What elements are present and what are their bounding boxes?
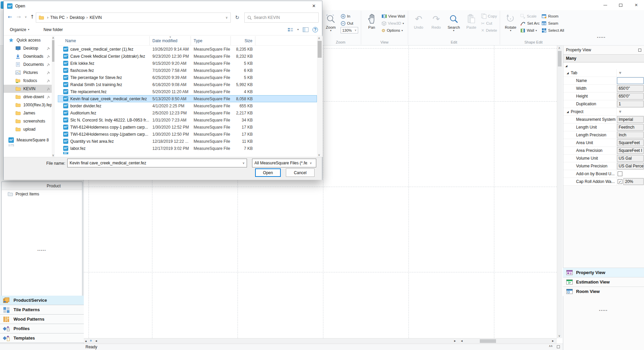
sidebar-item-upload[interactable]: upload [4,125,52,133]
dialog-close-button[interactable]: ✕ [307,1,321,10]
zoom-in-button[interactable]: In [341,13,358,20]
panel-splitter[interactable]: ••••• [563,309,644,312]
scroll-right-icon[interactable]: ▸ [454,339,456,343]
organize-button[interactable]: Organize▾ [10,27,29,32]
sidebar-item-james[interactable]: James [4,109,52,117]
duplication-value[interactable]: 1 [617,101,644,107]
file-row-cave-creek-medical-center-1-fez[interactable]: m²cave_creek_medical_center (1).fez 10/2… [58,46,317,53]
add-on-by-boxed-u-checkbox[interactable] [618,171,622,176]
scrollbar-thumb[interactable] [318,41,322,58]
file-row-twi-6124holderness-copy-1-pattern-carp[interactable]: m²TWI-6124Holderness copy-1 pattern carp… [58,124,317,131]
scroll-left-icon[interactable]: ◂ [95,339,97,343]
tab-wood-patterns[interactable]: Wood Patterns [0,315,84,324]
scrollbar-thumb[interactable] [558,51,562,66]
length-unit-value[interactable]: FeetInch [617,124,644,131]
scrollbar-thumb[interactable] [52,40,54,62]
collapse-up-icon[interactable]: ▴ [85,339,87,343]
cap-roll-addon-wa-checkbox[interactable]: ✓ [618,179,622,184]
zoom-button[interactable]: Zoom ▾ [323,12,339,32]
pan-button[interactable]: Pan [364,12,379,29]
scroll-up-icon[interactable]: ∧ [52,36,54,39]
scroll-down-icon[interactable]: ∨ [318,153,320,157]
file-name-input[interactable] [68,161,240,165]
crosshair-icon[interactable]: + [90,339,92,343]
set-arc-button[interactable]: Set Arc [520,20,540,27]
chevron-down-icon[interactable]: ∨ [240,161,247,165]
sidebar-item-screenshots[interactable]: screenshots [4,117,52,125]
file-row-randal-smith-1st-training-fez[interactable]: m²Randal Smith 1st training.fez 6/16/202… [58,81,317,88]
chevron-down-icon[interactable]: ▾ [297,28,299,31]
sidebar-item-drive-downlo[interactable]: drive-downlo [4,93,52,101]
copy-button[interactable]: Copy [481,13,497,20]
tab-tile-patterns[interactable]: Tile Patterns [0,305,84,315]
height-value[interactable]: 650'0" [617,93,644,100]
delete-button[interactable]: ✕ Delete [481,27,497,34]
column-header-date-modified[interactable]: Date modified [150,36,191,45]
scroll-down-icon[interactable]: ∨ [52,154,54,157]
column-header-size[interactable]: Size [231,36,255,45]
tab-estimation-view[interactable]: Estimation View [563,277,644,287]
cap-roll-addon-wa-value[interactable]: 20% [623,178,644,185]
breadcrumb-item-this-pc[interactable]: This PC [50,15,66,20]
sidebar-item-pictures[interactable]: Pictures [4,69,52,77]
column-header-type[interactable]: Type [191,36,231,45]
panel-splitter[interactable]: ••••• [591,36,612,39]
up-icon[interactable]: ↑ [30,14,34,20]
views-icon[interactable] [288,27,293,32]
file-row-border-divider-fez[interactable]: m²border divider.fez 4/1/2020 2:25 PM Me… [58,102,317,109]
undo-button[interactable]: ↶ Undo [411,12,426,29]
address-bar[interactable]: ›This PC›Desktop›KEVIN ∨ [36,12,231,23]
help-icon[interactable]: ? [313,27,318,32]
sidebar-item-documents[interactable]: Documents [4,60,52,69]
volume-unit-value[interactable]: US Gal [617,155,644,162]
sidebar-item-fcsdocs[interactable]: fcsdocs [4,77,52,85]
tab-property-view[interactable]: Property View [563,268,644,277]
open-button[interactable]: Open [255,168,281,177]
file-row-twi-6124holderness-copy-1-pattern-carp[interactable]: m²TWI-6124Holderness copy-1(pattern carp… [58,131,317,138]
sidebar-scrollbar[interactable]: ∧ ∨ [52,36,55,157]
file-row-quantity-vs-net-area-fez[interactable]: m²Quantity vs Net area.fez 12/18/2019 12… [58,138,317,145]
search-button[interactable]: Search ▾ [446,12,462,32]
file-row-cave-creek-medical-center-jobtrakr-fez[interactable]: m²Cave Creek Medical Center (Jobtrakr).f… [58,53,317,60]
sidebar-item-quick-access[interactable]: Quick access [4,36,52,44]
refresh-button[interactable]: ↻ [233,12,242,23]
view3d-button[interactable]: View3D▾ [381,20,405,27]
cut-button[interactable]: ✂ Cut [481,20,497,27]
select-all-button[interactable]: Select All [542,27,564,34]
tab-product-service[interactable]: Product/Service [0,296,84,305]
view-wall-button[interactable]: View Wall [381,13,405,20]
scroll-up-icon[interactable]: ∧ [318,36,320,40]
scroll-down-icon[interactable]: ∨ [558,334,561,338]
cancel-button[interactable]: Cancel [286,168,315,177]
sidebar-item-desktop[interactable]: Desktop [4,44,52,52]
file-list-scrollbar[interactable]: ∧ ∨ [317,36,323,157]
search-input[interactable] [254,15,316,20]
file-row-tile-percentage-for-steve-fez[interactable]: m²Tile percentage for Steve.fez 6/25/202… [58,74,317,81]
zoom-out-button[interactable]: Out [341,20,358,27]
file-row-kevin-final-cave-creek-medical-center-fez[interactable]: m²Kevin final cave_creek_medical_center.… [58,95,317,102]
corner-box-icon[interactable] [557,345,560,348]
scrollbar-thumb[interactable] [480,339,496,343]
rotate-button[interactable]: Rotate ▾ [503,12,518,32]
history-chevron-icon[interactable]: ∨ [25,15,27,19]
scroll-up-icon[interactable]: ∧ [558,46,561,50]
minimize-button[interactable] [597,0,613,10]
maximize-button[interactable] [613,0,628,10]
property-group-project[interactable]: ◢ Project ▼ [563,108,644,116]
forward-icon[interactable]: → [17,14,21,20]
sidebar-item-measuresquare-8[interactable]: m² MeasureSquare 8 [4,136,52,144]
measurement-system-value[interactable]: Imperial [617,116,644,123]
tab-templates[interactable]: Templates [0,333,84,343]
canvas-vertical-scrollbar[interactable]: ∧ ∨ [557,46,562,338]
collapse-chevrons-icon[interactable]: ∧∧ [549,344,552,348]
length-precision-value[interactable]: Inch [617,132,644,138]
panel-splitter[interactable]: ••••• [0,249,84,252]
preview-pane-icon[interactable] [303,27,308,32]
file-row-tile-replacement-fez[interactable]: m²Tile replacement.fez 5/20/2020 11:20 A… [58,88,317,95]
property-group-tab[interactable]: ◢ Tab ▼ [563,69,644,77]
volume-precision-value[interactable]: US Gal Perce [617,163,644,169]
options-button[interactable]: ⚙ Options▾ [381,27,405,34]
column-header-name[interactable]: Name [58,36,150,45]
breadcrumb-item-desktop[interactable]: Desktop [69,15,85,20]
seam-button[interactable]: Seam [542,20,564,27]
